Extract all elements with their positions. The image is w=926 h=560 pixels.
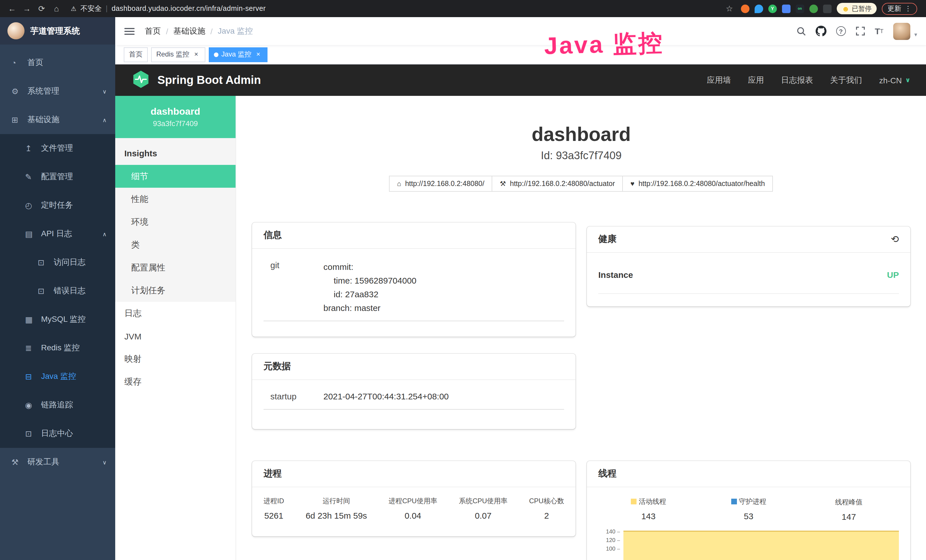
extension-grid-icon[interactable] (782, 4, 791, 13)
sidebar-item-redis-monitor[interactable]: ≣ Redis 监控 (0, 334, 115, 362)
sidebar-item-label: 基础设施 (27, 115, 59, 125)
instance-health-row[interactable]: Instance UP (598, 264, 899, 294)
threads-card: 线程 活动线程 143 守护进程 53 (587, 461, 910, 560)
sidebar-item-dev-tools[interactable]: ⚒ 研发工具 ∨ (0, 448, 115, 477)
sba-item-logs[interactable]: 日志 (115, 302, 236, 325)
tab-home[interactable]: 首页 (124, 47, 148, 62)
sba-header: Spring Boot Admin 应用墙 应用 日志报表 关于我们 zh-CN… (115, 65, 926, 96)
extension-proxy-icon[interactable]: on (796, 4, 804, 13)
instance-id: 93a3fc7f7409 (153, 119, 198, 128)
sidebar-item-file-management[interactable]: ↥ 文件管理 (0, 134, 115, 163)
breadcrumb-item-infrastructure[interactable]: 基础设施 (173, 26, 205, 36)
app-logo-image (8, 22, 24, 39)
health-card-title: 健康 (598, 233, 617, 245)
sidebar-item-api-logs[interactable]: ▤ API 日志 ∧ (0, 219, 115, 248)
close-icon[interactable]: × (254, 50, 262, 59)
metric-value: 6d 23h 15m 59s (306, 511, 367, 520)
live-threads-area-series (623, 531, 899, 560)
bookmark-star-icon[interactable]: ☆ (723, 4, 736, 13)
search-icon[interactable] (796, 26, 806, 36)
reload-button[interactable]: ⟳ (35, 4, 48, 13)
font-size-icon[interactable]: TT (875, 26, 884, 36)
metadata-card: 元数据 startup 2021-04-27T00:44:31.254+08:0… (252, 354, 575, 429)
sba-item-performance[interactable]: 性能 (115, 188, 236, 210)
sba-item-caches[interactable]: 缓存 (115, 370, 236, 393)
log-icon: ⊡ (38, 286, 51, 295)
sidebar-item-home[interactable]: ◔ 首页 (0, 48, 115, 77)
process-card-title: 进程 (263, 468, 282, 480)
sba-item-mappings[interactable]: 映射 (115, 348, 236, 370)
instance-links: ⌂ http://192.168.0.2:48080/ ⚒ http://192… (252, 176, 910, 192)
spring-boot-admin: Spring Boot Admin 应用墙 应用 日志报表 关于我们 zh-CN… (115, 65, 926, 560)
breadcrumb-separator: / (210, 27, 213, 36)
sba-item-config-properties[interactable]: 配置属性 (115, 256, 236, 279)
browser-chrome: ← → ⟳ ⌂ ⚠ 不安全 | dashboard.yudao.iocoder.… (0, 0, 926, 17)
tab-java-monitor[interactable]: Java 监控 × (209, 47, 267, 62)
nav-wallboard[interactable]: 应用墙 (707, 75, 731, 85)
sidebar-item-log-center[interactable]: ⊡ 日志中心 (0, 419, 115, 448)
metadata-key: startup (263, 391, 324, 401)
git-id-line: id: 27aa832 (324, 288, 416, 301)
instance-header[interactable]: dashboard 93a3fc7f7409 (115, 96, 236, 138)
legend-value: 53 (698, 511, 799, 521)
extension-leaf-icon[interactable] (809, 4, 818, 13)
service-url-link[interactable]: ⌂ http://192.168.0.2:48080/ (389, 176, 493, 192)
sidebar-item-scheduled-jobs[interactable]: ◴ 定时任务 (0, 191, 115, 219)
sidebar-item-mysql-monitor[interactable]: ▦ MySQL 监控 (0, 305, 115, 334)
address-bar[interactable]: ⚠ 不安全 | dashboard.yudao.iocoder.cn/infra… (63, 4, 723, 14)
paused-badge[interactable]: ☻ 已暂停 (837, 3, 877, 14)
sidebar-item-access-logs[interactable]: ⊡ 访问日志 (0, 248, 115, 277)
avatar-caret-icon[interactable]: ▾ (914, 31, 917, 40)
sidebar-item-label: 链路追踪 (41, 400, 73, 410)
extension-green-icon[interactable]: Y (768, 4, 777, 13)
extension-blue-drop-icon[interactable] (755, 4, 763, 13)
sba-item-classes[interactable]: 类 (115, 233, 236, 256)
actuator-url-link[interactable]: ⚒ http://192.168.0.2:48080/actuator (492, 176, 623, 192)
nav-journal[interactable]: 日志报表 (781, 75, 813, 85)
history-icon[interactable]: ⟲ (891, 233, 899, 245)
wrench-icon: ⚒ (500, 180, 506, 188)
github-icon[interactable] (816, 26, 826, 36)
sidebar-item-infrastructure[interactable]: ⊞ 基础设施 ∧ (0, 106, 115, 134)
sidebar-item-tracing[interactable]: ◉ 链路追踪 (0, 391, 115, 419)
close-icon[interactable]: × (192, 50, 200, 59)
help-icon[interactable]: ? (836, 26, 846, 36)
tab-label: Redis 监控 (156, 50, 189, 59)
sidebar-item-java-monitor[interactable]: ⊟ Java 监控 (0, 362, 115, 391)
startup-row: startup 2021-04-27T00:44:31.254+08:00 (263, 391, 564, 410)
extension-orange-icon[interactable] (741, 4, 749, 13)
infrastructure-submenu: ↥ 文件管理 ✎ 配置管理 ◴ 定时任务 ▤ API 日志 ∧ (0, 134, 115, 448)
uptime-metric: 运行时间 6d 23h 15m 59s (306, 496, 367, 520)
health-url-link[interactable]: ♥ http://192.168.0.2:48080/actuator/heal… (622, 176, 773, 192)
sba-item-details[interactable]: 细节 (115, 165, 236, 188)
y-tick-label: 140 (606, 528, 616, 535)
sba-sidebar: dashboard 93a3fc7f7409 Insights 细节 性能 环境… (115, 96, 236, 560)
sidebar-item-config-management[interactable]: ✎ 配置管理 (0, 163, 115, 191)
tab-redis-monitor[interactable]: Redis 监控 × (151, 47, 205, 62)
sidebar-toggle-icon[interactable] (124, 28, 135, 35)
sba-item-jvm[interactable]: JVM (115, 325, 236, 348)
sidebar-item-error-logs[interactable]: ⊡ 错误日志 (0, 277, 115, 305)
update-button[interactable]: 更新 ⋮ (882, 3, 917, 15)
sidebar-item-label: 文件管理 (41, 143, 73, 153)
tools-icon: ⚒ (11, 458, 24, 467)
sba-item-scheduled-tasks[interactable]: 计划任务 (115, 279, 236, 302)
breadcrumb-item-home[interactable]: 首页 (145, 26, 161, 36)
metric-value: 0.07 (459, 511, 508, 520)
locale-selector[interactable]: zh-CN ∨ (879, 76, 910, 85)
browser-menu-icon[interactable]: ⋮ (905, 5, 911, 12)
fullscreen-icon[interactable] (855, 26, 865, 36)
back-button[interactable]: ← (6, 4, 18, 13)
instance-name: dashboard (151, 106, 200, 118)
git-info-row: git commit: time: 1596289704000 id: 27aa… (263, 260, 564, 321)
chevron-up-icon: ∧ (102, 231, 107, 237)
avatar[interactable] (893, 23, 910, 40)
chevron-down-icon: ∨ (905, 76, 910, 84)
extension-puzzle-icon[interactable] (823, 4, 832, 13)
forward-button[interactable]: → (21, 4, 33, 13)
sba-item-environment[interactable]: 环境 (115, 210, 236, 233)
nav-applications[interactable]: 应用 (748, 75, 764, 85)
home-button[interactable]: ⌂ (50, 4, 63, 13)
nav-about[interactable]: 关于我们 (830, 75, 862, 85)
sidebar-item-system-management[interactable]: ⚙ 系统管理 ∨ (0, 77, 115, 106)
